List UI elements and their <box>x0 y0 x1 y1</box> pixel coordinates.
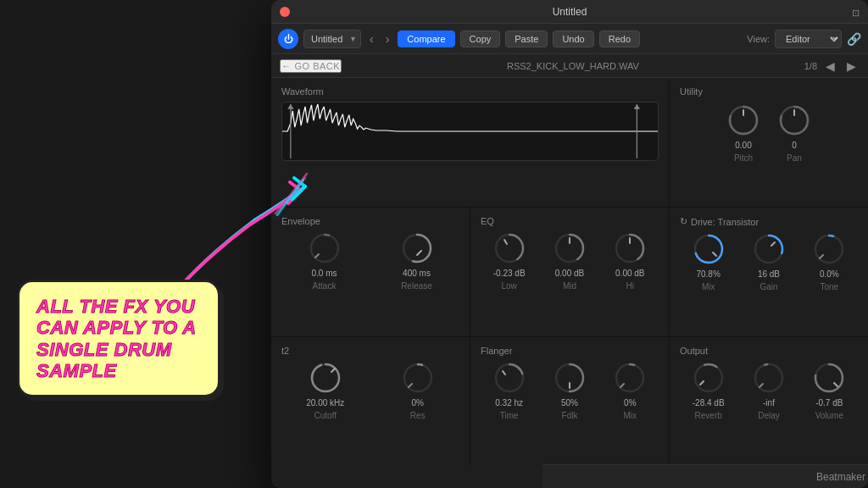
compare-button[interactable]: Compare <box>398 30 454 47</box>
envelope-label: Envelope <box>281 216 459 226</box>
attack-label: Attack <box>313 281 337 291</box>
delay-knob[interactable] <box>752 361 786 395</box>
svg-line-18 <box>504 240 507 244</box>
drive-mix-label: Mix <box>702 282 715 291</box>
release-label: Release <box>401 281 432 291</box>
flanger-knobs: 0.32 hz Time 50% Fdlk <box>481 361 659 420</box>
filter-section: t2 20.00 kHz Cutoff <box>271 337 470 464</box>
svg-line-30 <box>771 242 775 246</box>
utility-knobs: 0.00 Pitch 0 Pan <box>680 103 858 163</box>
drive-gain-label: Gain <box>760 282 777 291</box>
eq-low-knob[interactable] <box>492 231 526 265</box>
drive-cycle-icon: ↻ <box>680 216 687 227</box>
go-back-button[interactable]: ← GO BACK <box>280 59 342 73</box>
reverb-value: -28.4 dB <box>693 398 725 408</box>
toolbar: ⏻ Untitled ▼ ‹ › Compare Copy Paste Undo… <box>271 24 868 54</box>
svg-line-48 <box>620 384 624 387</box>
delay-value: -inf <box>763 398 775 408</box>
waveform-section: Waveform <box>271 78 669 207</box>
flanger-mix-knob[interactable] <box>613 361 647 395</box>
eq-mid-knob[interactable] <box>553 231 587 265</box>
pitch-label: Pitch <box>734 153 753 163</box>
release-knob[interactable] <box>400 231 434 265</box>
eq-hi-value: 0.00 dB <box>615 269 644 278</box>
back-arrow-icon: ← <box>281 61 292 71</box>
nav-back-button[interactable]: ‹ <box>366 30 377 47</box>
flanger-section: Flanger 0.32 hz Time <box>470 337 669 464</box>
volume-label: Volume <box>815 411 843 420</box>
flanger-mix-label: Mix <box>624 411 637 420</box>
reverb-label: Reverb <box>695 411 722 420</box>
utility-section: Utility 0.00 Pitch <box>670 78 868 207</box>
drive-knobs: 70.8% Mix 16 dB Gain <box>680 232 858 291</box>
eq-knobs: -0.23 dB Low 0.00 dB Mid <box>481 231 659 291</box>
flanger-mix-value: 0% <box>624 398 636 408</box>
drive-label: ↻ Drive: Transistor <box>680 216 858 227</box>
attack-value: 0.0 ms <box>311 269 337 278</box>
link-icon[interactable]: 🔗 <box>847 32 861 46</box>
output-label: Output <box>680 346 858 356</box>
res-knob-group: 0% Res <box>401 361 435 420</box>
reverb-knob[interactable] <box>692 361 726 395</box>
bottom-bar-title: Beatmaker <box>816 471 865 483</box>
eq-mid-label: Mid <box>563 281 576 291</box>
drive-mix-knob[interactable] <box>692 232 726 266</box>
waveform-label: Waveform <box>281 86 659 97</box>
page-prev-button[interactable]: ◀ <box>822 58 838 75</box>
copy-button[interactable]: Copy <box>460 30 501 47</box>
svg-line-42 <box>503 371 505 374</box>
volume-knob-group: -0.7 dB Volume <box>812 361 846 420</box>
flanger-time-knob[interactable] <box>492 361 526 395</box>
flanger-fdlk-knob[interactable] <box>553 361 587 395</box>
cutoff-label: Cutoff <box>314 411 337 420</box>
cutoff-knob[interactable] <box>309 361 342 395</box>
release-value: 400 ms <box>403 269 431 278</box>
drive-tone-knob-group: 0.0% Tone <box>812 232 846 291</box>
redo-button[interactable]: Redo <box>599 30 640 47</box>
traffic-light-close[interactable] <box>280 7 290 17</box>
view-label: View: <box>747 34 770 44</box>
svg-line-54 <box>760 384 763 387</box>
utility-label: Utility <box>680 86 858 97</box>
preset-select[interactable]: Untitled <box>303 30 361 48</box>
flanger-fdlk-label: Fdlk <box>562 411 578 420</box>
eq-low-label: Low <box>501 281 516 291</box>
delay-knob-group: -inf Delay <box>752 361 786 420</box>
pitch-value: 0.00 <box>735 141 751 150</box>
view-select[interactable]: Editor <box>775 30 842 48</box>
power-button[interactable]: ⏻ <box>278 29 298 49</box>
res-knob[interactable] <box>401 361 435 395</box>
eq-low-value: -0.23 dB <box>493 269 526 278</box>
page-next-button[interactable]: ▶ <box>843 58 860 75</box>
waveform-display[interactable] <box>281 102 659 161</box>
eq-mid-knob-group: 0.00 dB Mid <box>553 231 587 291</box>
drive-tone-knob[interactable] <box>812 232 846 266</box>
eq-hi-knob[interactable] <box>613 231 647 265</box>
svg-line-57 <box>834 383 837 386</box>
attack-knob[interactable] <box>308 231 342 265</box>
pan-knob[interactable] <box>777 103 811 137</box>
flanger-fdlk-knob-group: 50% Fdlk <box>553 361 587 420</box>
pitch-knob[interactable] <box>726 103 760 137</box>
volume-value: -0.7 dB <box>815 398 843 408</box>
svg-marker-2 <box>287 104 293 109</box>
paste-button[interactable]: Paste <box>505 30 548 47</box>
filter-knobs: 20.00 kHz Cutoff 0% Res <box>281 361 459 420</box>
main-content: Waveform Utility <box>271 78 868 464</box>
nav-forward-button[interactable]: › <box>382 30 393 47</box>
svg-line-12 <box>315 254 319 258</box>
eq-section: EQ -0.23 dB Low <box>470 208 669 336</box>
cutoff-value: 20.00 kHz <box>306 398 344 408</box>
attack-knob-group: 0.0 ms Attack <box>308 231 342 291</box>
drive-mix-value: 70.8% <box>696 269 720 279</box>
drive-gain-knob[interactable] <box>752 232 786 266</box>
svg-line-36 <box>331 369 335 372</box>
undo-button[interactable]: Undo <box>553 30 593 47</box>
volume-knob[interactable] <box>812 361 846 395</box>
sub-toolbar: ← GO BACK RSS2_KICK_LOW_HARD.WAV 1/8 ◀ ▶ <box>271 54 868 78</box>
svg-line-27 <box>713 252 716 256</box>
svg-point-49 <box>695 364 722 391</box>
window-maximize-icon[interactable]: ⊡ <box>852 8 860 18</box>
flanger-time-value: 0.32 hz <box>495 398 523 408</box>
drive-tone-value: 0.0% <box>820 269 839 279</box>
